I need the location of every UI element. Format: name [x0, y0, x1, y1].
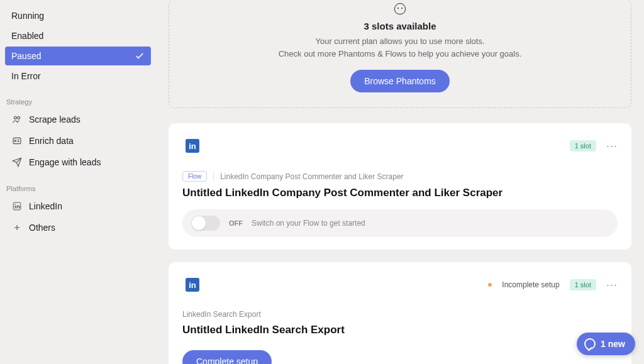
- svg-point-3: [14, 140, 16, 142]
- flow-meta: LinkedIn Search Export: [182, 310, 618, 319]
- main-content: 3 slots available Your current plan allo…: [156, 0, 644, 364]
- platform-others[interactable]: Others: [5, 218, 151, 238]
- strategy-label: Engage with leads: [29, 157, 101, 167]
- enrich-icon: [11, 135, 23, 146]
- chat-label: 1 new: [601, 339, 625, 349]
- slots-desc-1: Your current plan allows you to use more…: [188, 35, 612, 48]
- flow-toggle[interactable]: [191, 216, 220, 231]
- engage-icon: [11, 157, 23, 168]
- toggle-hint: Switch on your Flow to get started: [252, 219, 365, 228]
- filter-enabled[interactable]: Enabled: [5, 26, 151, 45]
- divider: [213, 172, 214, 181]
- toggle-bar: OFF Switch on your Flow to get started: [182, 209, 618, 237]
- phantom-card: in 1 slot ··· Flow LinkedIn Company Post…: [169, 123, 631, 250]
- slots-title: 3 slots available: [188, 21, 612, 31]
- more-menu-button[interactable]: ···: [606, 140, 618, 152]
- flow-name: LinkedIn Search Export: [182, 310, 261, 319]
- linkedin-icon: [11, 201, 23, 212]
- platform-badge: in: [182, 275, 203, 295]
- filter-label: Running: [11, 11, 44, 21]
- flow-name: LinkedIn Company Post Commenter and Like…: [220, 172, 403, 181]
- strategy-label: Enrich data: [29, 136, 74, 146]
- filter-label: Paused: [11, 51, 41, 61]
- slot-pill: 1 slot: [570, 140, 596, 152]
- filter-label: In Error: [11, 71, 41, 81]
- platform-linkedin[interactable]: LinkedIn: [5, 196, 151, 216]
- svg-point-1: [18, 116, 20, 119]
- section-strategy: Strategy: [5, 87, 151, 109]
- filter-paused[interactable]: Paused: [5, 47, 151, 65]
- ghost-icon: [394, 3, 406, 14]
- sidebar: Running Enabled Paused In Error Strategy…: [0, 0, 156, 364]
- phantom-title: Untitled LinkedIn Company Post Commenter…: [182, 187, 618, 199]
- card-header: in Incomplete setup 1 slot ···: [182, 275, 618, 295]
- toggle-state-label: OFF: [229, 219, 243, 227]
- slots-desc-2: Check out more Phantoms & Flows to help …: [188, 48, 612, 60]
- linkedin-icon: in: [186, 139, 199, 153]
- strategy-engage-leads[interactable]: Engage with leads: [5, 152, 151, 172]
- slots-promo-card: 3 slots available Your current plan allo…: [169, 0, 631, 108]
- check-icon: [135, 51, 145, 61]
- filter-in-error[interactable]: In Error: [5, 67, 151, 85]
- phantom-card: in Incomplete setup 1 slot ··· LinkedIn …: [169, 262, 631, 364]
- platform-label: LinkedIn: [29, 201, 62, 211]
- svg-point-0: [14, 116, 16, 119]
- section-platforms: Platforms: [5, 174, 151, 196]
- filter-label: Enabled: [11, 31, 43, 41]
- strategy-label: Scrape leads: [29, 114, 80, 124]
- linkedin-icon: in: [186, 278, 199, 292]
- more-menu-button[interactable]: ···: [606, 279, 618, 290]
- platform-badge: in: [182, 136, 203, 156]
- flow-meta: Flow LinkedIn Company Post Commenter and…: [182, 171, 618, 182]
- plus-icon: [11, 222, 23, 233]
- phantom-title: Untitled LinkedIn Search Export: [182, 324, 618, 336]
- status-dot-icon: [488, 283, 492, 287]
- scrape-icon: [11, 114, 23, 125]
- slot-pill: 1 slot: [570, 279, 596, 290]
- svg-point-6: [14, 204, 16, 205]
- chat-widget[interactable]: 1 new: [577, 333, 635, 355]
- complete-setup-button[interactable]: Complete setup: [182, 350, 272, 364]
- flow-tag: Flow: [182, 171, 207, 182]
- filter-running[interactable]: Running: [5, 6, 151, 25]
- browse-phantoms-button[interactable]: Browse Phantoms: [350, 70, 450, 92]
- card-header: in 1 slot ···: [182, 136, 618, 156]
- platform-label: Others: [29, 223, 55, 233]
- status-text: Incomplete setup: [502, 280, 559, 289]
- strategy-enrich-data[interactable]: Enrich data: [5, 131, 151, 151]
- svg-rect-5: [15, 206, 16, 209]
- strategy-scrape-leads[interactable]: Scrape leads: [5, 109, 151, 130]
- chat-icon: [584, 338, 596, 350]
